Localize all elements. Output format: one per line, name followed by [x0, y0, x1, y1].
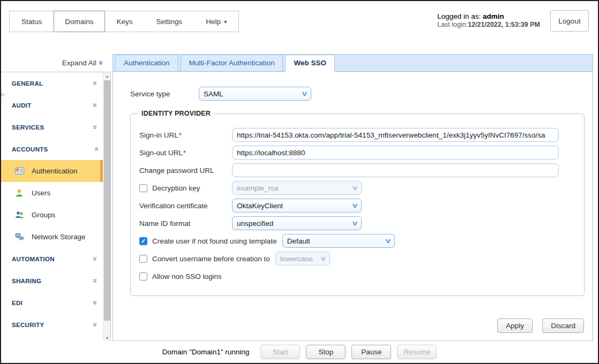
sidebar-section-sharing[interactable]: SHARING » [1, 270, 103, 292]
apply-button[interactable]: Apply [497, 318, 533, 333]
sidebar-item-groups[interactable]: Groups [1, 204, 103, 226]
sidebar-item-authentication[interactable]: Authentication [1, 160, 103, 182]
scrollbar-thumb[interactable] [104, 80, 110, 321]
nav-help[interactable]: Help ▾ [194, 11, 238, 32]
sidebar-item-label: Authentication [32, 167, 78, 175]
section-label: AUDIT [12, 102, 32, 109]
service-type-label: Service type [130, 90, 199, 98]
sidebar-section-audit[interactable]: AUDIT » [1, 94, 103, 116]
sign-out-url-label: Sign-out URL* [139, 149, 232, 157]
sign-in-url-input[interactable] [232, 128, 559, 142]
expand-all[interactable]: Expand All » [1, 54, 111, 72]
double-chevron-down-icon: » [91, 81, 99, 85]
decryption-key-select: example_rsa v [232, 181, 362, 195]
nav-domains[interactable]: Domains [54, 11, 104, 32]
app-window: Status Domains Keys Settings Help ▾ Logg… [0, 0, 599, 364]
section-label: AUTOMATION [12, 256, 55, 262]
change-password-url-row: Change password URL [139, 163, 575, 177]
sidebar-section-services[interactable]: SERVICES » [1, 116, 103, 138]
decryption-key-value: example_rsa [237, 184, 278, 192]
sidebar-section-accounts[interactable]: ACCOUNTS » [1, 138, 103, 160]
chevron-down-icon: v [353, 219, 357, 227]
create-user-label: Create user if not found using template [152, 237, 277, 245]
section-label: EDI [12, 300, 23, 306]
double-chevron-down-icon: » [97, 60, 105, 65]
section-label: GENERAL [12, 80, 43, 87]
verification-certificate-label: Verification certificate [139, 202, 232, 210]
sign-out-url-input[interactable] [232, 146, 559, 160]
allow-non-sso-label: Allow non SSO logins [152, 272, 222, 280]
service-type-row: Service type SAML v [130, 87, 593, 101]
sign-out-url-row: Sign-out URL* [139, 146, 575, 160]
pause-button[interactable]: Pause [351, 345, 391, 359]
allow-non-sso-checkbox[interactable] [139, 272, 147, 280]
section-label: SERVICES [12, 124, 44, 131]
convert-username-checkbox[interactable] [139, 255, 147, 263]
tab-multi-factor-authentication[interactable]: Multi-Factor Authentication [181, 55, 283, 72]
section-label: ACCOUNTS [12, 146, 48, 153]
change-password-url-input[interactable] [232, 163, 559, 177]
name-id-format-label: Name ID format [139, 219, 232, 228]
nav-status[interactable]: Status [10, 11, 54, 32]
chevron-down-icon: v [321, 255, 326, 262]
resume-button[interactable]: Resume [397, 345, 437, 359]
create-user-row: Create user if not found using template … [139, 234, 575, 248]
convert-username-label: Convert username before creation to [152, 255, 270, 263]
nav-help-label: Help [206, 18, 221, 26]
double-chevron-up-icon: » [91, 147, 99, 151]
sidebar-scrollbar[interactable]: ▲ ▼ [103, 72, 110, 342]
last-login-label: Last login: [437, 21, 468, 28]
verification-certificate-select[interactable]: OktaKeyClient v [232, 199, 362, 213]
user-icon [15, 189, 24, 197]
label-text: Sign-in URL [139, 131, 178, 139]
tab-authentication[interactable]: Authentication [115, 55, 178, 72]
decryption-key-checkbox[interactable] [139, 184, 147, 192]
tab-web-sso[interactable]: Web SSO [285, 55, 335, 72]
scroll-up-icon[interactable]: ▲ [103, 72, 111, 80]
logged-in-prefix: Logged in as: [437, 12, 483, 20]
logged-in-as: Logged in as: admin [437, 12, 540, 20]
identity-provider-fieldset: IDENTITY PROVIDER Sign-in URL* Sign-out … [130, 113, 585, 296]
chevron-down-icon: v [353, 202, 357, 209]
sidebar-section-edi[interactable]: EDI » [1, 292, 103, 314]
sidebar-item-network-storage[interactable]: Network Storage [1, 226, 103, 248]
main-content: Authentication Multi-Factor Authenticati… [113, 54, 593, 341]
domain-status-text: Domain "Domain1" running [162, 348, 250, 356]
sidebar-item-label: Users [32, 189, 50, 197]
logout-button[interactable]: Logout [550, 10, 589, 32]
change-password-url-label: Change password URL [139, 166, 232, 175]
panel-collapse-handle-icon[interactable]: ▷ [1, 92, 5, 97]
verification-certificate-row: Verification certificate OktaKeyClient v [139, 199, 575, 213]
name-id-format-value: unspecified [237, 219, 273, 228]
double-chevron-down-icon: » [91, 125, 99, 129]
sidebar-section-security[interactable]: SECURITY » [1, 314, 103, 336]
group-icon [15, 211, 24, 219]
decryption-key-row: Decryption key example_rsa v [139, 181, 575, 195]
sidebar: Expand All » GENERAL » AUDIT » SERVICES … [1, 54, 111, 343]
nav-keys[interactable]: Keys [105, 11, 145, 32]
service-type-select[interactable]: SAML v [199, 87, 311, 101]
service-type-value: SAML [204, 90, 223, 98]
fieldset-legend: IDENTITY PROVIDER [138, 110, 214, 117]
chevron-down-icon: ▾ [224, 19, 227, 25]
domain-status-bar: Domain "Domain1" running Start Stop Paus… [1, 341, 598, 363]
sidebar-section-automation[interactable]: AUTOMATION » [1, 248, 103, 270]
allow-non-sso-row: Allow non SSO logins [139, 269, 575, 283]
nav-settings[interactable]: Settings [145, 11, 194, 32]
discard-button[interactable]: Discard [542, 318, 584, 333]
web-sso-panel: Service type SAML v IDENTITY PROVIDER Si… [113, 72, 593, 341]
stop-button[interactable]: Stop [306, 345, 346, 359]
create-user-checkbox[interactable] [139, 237, 147, 245]
sidebar-section-general[interactable]: GENERAL » [1, 72, 103, 94]
sidebar-item-users[interactable]: Users [1, 182, 103, 204]
chevron-down-icon: v [386, 237, 391, 245]
create-user-template-select[interactable]: Default v [282, 234, 395, 248]
start-button[interactable]: Start [260, 345, 300, 359]
double-chevron-down-icon: » [91, 103, 99, 107]
id-card-icon [15, 167, 24, 175]
convert-username-select: lowercase v [275, 252, 330, 266]
name-id-format-select[interactable]: unspecified v [232, 216, 362, 230]
chevron-down-icon: v [302, 90, 307, 97]
last-login: Last login:12/21/2022, 1:53:39 PM [437, 21, 540, 28]
sidebar-item-label: Network Storage [32, 233, 86, 241]
